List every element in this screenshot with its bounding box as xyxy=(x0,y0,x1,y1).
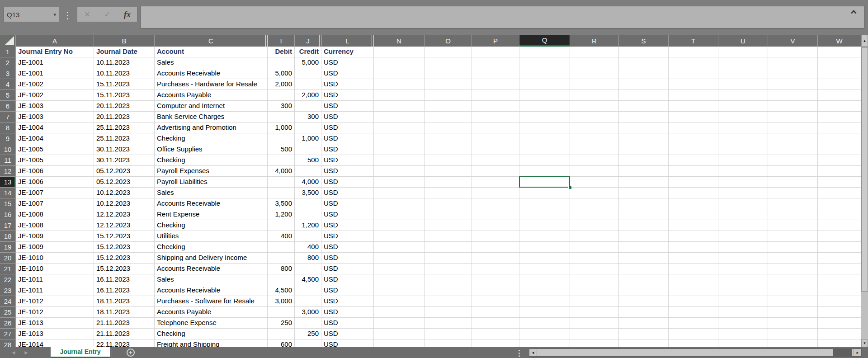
cell-C24[interactable]: Purchases - Software for Resale xyxy=(155,296,268,307)
cell-S6[interactable] xyxy=(619,101,669,112)
cell-J19[interactable]: 400 xyxy=(295,242,321,253)
column-header-B[interactable]: B xyxy=(94,35,155,47)
cell-B27[interactable]: 21.11.2023 xyxy=(94,329,155,339)
cell-C27[interactable]: Checking xyxy=(155,329,268,339)
cell-J5[interactable]: 2,000 xyxy=(295,90,321,101)
cell-T2[interactable] xyxy=(669,57,718,68)
cell-O10[interactable] xyxy=(425,144,472,155)
cell-U14[interactable] xyxy=(718,188,768,198)
cell-A18[interactable]: JE-1009 xyxy=(16,231,94,242)
cell-W23[interactable] xyxy=(818,285,861,296)
cell-S27[interactable] xyxy=(619,329,669,339)
cell-O1[interactable] xyxy=(425,47,472,57)
row-header-10[interactable]: 10 xyxy=(0,144,16,155)
cell-U12[interactable] xyxy=(718,166,768,177)
cell-O3[interactable] xyxy=(425,68,472,79)
cell-B26[interactable]: 21.11.2023 xyxy=(94,318,155,329)
cell-N15[interactable] xyxy=(374,198,425,209)
cell-U9[interactable] xyxy=(718,133,768,144)
cell-L18[interactable]: USD xyxy=(321,231,374,242)
cell-P2[interactable] xyxy=(472,57,519,68)
cell-U27[interactable] xyxy=(718,329,768,339)
column-header-W[interactable]: W xyxy=(818,35,861,47)
scroll-right-icon[interactable]: ► xyxy=(854,349,861,356)
column-header-S[interactable]: S xyxy=(619,35,669,47)
cell-S19[interactable] xyxy=(619,242,669,253)
cell-I14[interactable] xyxy=(268,188,295,198)
cell-U1[interactable] xyxy=(718,47,768,57)
cell-C1[interactable]: Account xyxy=(155,47,268,57)
scroll-down-icon[interactable]: ▼ xyxy=(861,339,868,347)
cell-O6[interactable] xyxy=(425,101,472,112)
cell-N24[interactable] xyxy=(374,296,425,307)
add-sheet-icon[interactable]: + xyxy=(127,349,135,357)
row-header-18[interactable]: 18 xyxy=(0,231,16,242)
cell-B12[interactable]: 05.12.2023 xyxy=(94,166,155,177)
cell-Q20[interactable] xyxy=(519,253,570,264)
cell-N13[interactable] xyxy=(374,177,425,188)
cell-T27[interactable] xyxy=(669,329,718,339)
cell-N17[interactable] xyxy=(374,220,425,231)
cell-J9[interactable]: 1,000 xyxy=(295,133,321,144)
cell-S14[interactable] xyxy=(619,188,669,198)
cell-I11[interactable] xyxy=(268,155,295,166)
cell-N8[interactable] xyxy=(374,122,425,133)
cell-O9[interactable] xyxy=(425,133,472,144)
cell-P15[interactable] xyxy=(472,198,519,209)
cell-J18[interactable] xyxy=(295,231,321,242)
cell-B28[interactable]: 22.11.2023 xyxy=(94,339,155,347)
cancel-icon[interactable]: ✕ xyxy=(84,10,90,19)
cell-S7[interactable] xyxy=(619,112,669,122)
cell-N18[interactable] xyxy=(374,231,425,242)
cell-B16[interactable]: 12.12.2023 xyxy=(94,209,155,220)
cell-B23[interactable]: 16.11.2023 xyxy=(94,285,155,296)
cell-B9[interactable]: 25.11.2023 xyxy=(94,133,155,144)
cell-L16[interactable]: USD xyxy=(321,209,374,220)
cell-U15[interactable] xyxy=(718,198,768,209)
row-header-15[interactable]: 15 xyxy=(0,198,16,209)
cell-L5[interactable]: USD xyxy=(321,90,374,101)
cell-C19[interactable]: Checking xyxy=(155,242,268,253)
cell-V19[interactable] xyxy=(768,242,818,253)
cell-U16[interactable] xyxy=(718,209,768,220)
cell-R15[interactable] xyxy=(570,198,619,209)
cell-T18[interactable] xyxy=(669,231,718,242)
cell-U22[interactable] xyxy=(718,274,768,285)
cell-O21[interactable] xyxy=(425,264,472,274)
cell-W4[interactable] xyxy=(818,79,861,90)
cell-S15[interactable] xyxy=(619,198,669,209)
cell-O4[interactable] xyxy=(425,79,472,90)
cell-V6[interactable] xyxy=(768,101,818,112)
cell-W26[interactable] xyxy=(818,318,861,329)
cell-I17[interactable] xyxy=(268,220,295,231)
cell-L25[interactable]: USD xyxy=(321,307,374,318)
cell-N16[interactable] xyxy=(374,209,425,220)
row-header-9[interactable]: 9 xyxy=(0,133,16,144)
cell-Q8[interactable] xyxy=(519,122,570,133)
cell-I15[interactable]: 3,500 xyxy=(268,198,295,209)
cell-U13[interactable] xyxy=(718,177,768,188)
cell-Q27[interactable] xyxy=(519,329,570,339)
cell-Q19[interactable] xyxy=(519,242,570,253)
cell-I6[interactable]: 300 xyxy=(268,101,295,112)
cell-T15[interactable] xyxy=(669,198,718,209)
cell-N4[interactable] xyxy=(374,79,425,90)
cell-N6[interactable] xyxy=(374,101,425,112)
cell-U4[interactable] xyxy=(718,79,768,90)
cell-N23[interactable] xyxy=(374,285,425,296)
cell-R22[interactable] xyxy=(570,274,619,285)
horizontal-scrollbar[interactable]: ◄ ► xyxy=(529,349,862,357)
cell-C3[interactable]: Accounts Receivable xyxy=(155,68,268,79)
cell-J13[interactable]: 4,000 xyxy=(295,177,321,188)
cell-L22[interactable]: USD xyxy=(321,274,374,285)
cell-A24[interactable]: JE-1012 xyxy=(16,296,94,307)
cell-C11[interactable]: Checking xyxy=(155,155,268,166)
cell-W28[interactable] xyxy=(818,339,861,347)
cell-S20[interactable] xyxy=(619,253,669,264)
cell-C6[interactable]: Computer and Internet xyxy=(155,101,268,112)
cell-N14[interactable] xyxy=(374,188,425,198)
column-header-L[interactable]: L xyxy=(321,35,374,47)
cell-U26[interactable] xyxy=(718,318,768,329)
column-header-C[interactable]: C xyxy=(155,35,268,47)
select-all-button[interactable] xyxy=(0,35,16,47)
